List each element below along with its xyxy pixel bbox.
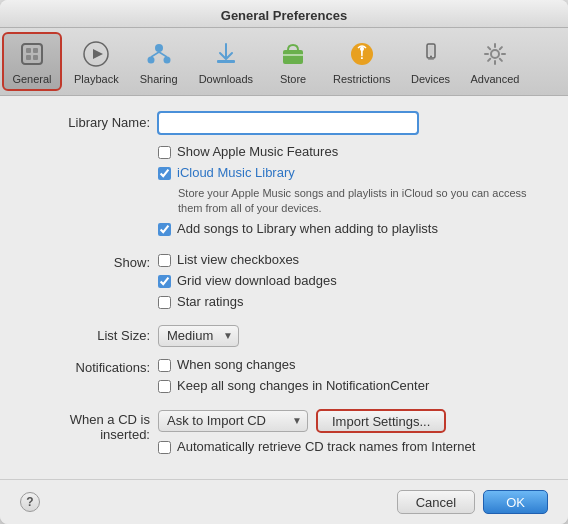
svg-rect-21 (428, 46, 433, 55)
svg-line-30 (500, 59, 502, 61)
svg-rect-13 (283, 50, 303, 64)
toolbar-item-playback[interactable]: Playback (64, 32, 129, 91)
svg-rect-12 (217, 60, 235, 63)
preferences-window: General Preferences General (0, 0, 568, 524)
toolbar-item-restrictions[interactable]: ! Restrictions (323, 32, 400, 91)
auto-retrieve-row: Automatically retrieve CD track names fr… (158, 439, 548, 454)
notifications-content: When song changes Keep all song changes … (158, 357, 548, 399)
add-songs-row: Add songs to Library when adding to play… (158, 221, 548, 236)
window-title: General Preferences (221, 8, 347, 23)
show-label: Show: (20, 252, 150, 270)
toolbar-item-general[interactable]: General (2, 32, 62, 91)
toolbar-label-general: General (12, 73, 51, 85)
library-name-input[interactable] (158, 112, 418, 134)
ok-button[interactable]: OK (483, 490, 548, 514)
svg-point-7 (155, 44, 163, 52)
svg-point-8 (147, 57, 154, 64)
keep-all-checkbox[interactable] (158, 380, 171, 393)
icloud-music-checkbox[interactable] (158, 167, 171, 180)
toolbar: General Playback (0, 28, 568, 96)
svg-point-24 (491, 50, 499, 58)
list-size-select[interactable]: Small Medium Large (158, 325, 239, 347)
when-song-changes-row: When song changes (158, 357, 548, 372)
advanced-icon (479, 38, 511, 70)
keep-all-row: Keep all song changes in NotificationCen… (158, 378, 548, 393)
restrictions-icon: ! (346, 38, 378, 70)
devices-icon (415, 38, 447, 70)
show-apple-music-row: Show Apple Music Features (158, 144, 548, 159)
library-name-row: Library Name: (20, 112, 548, 134)
svg-rect-23 (428, 59, 434, 60)
star-ratings-row: Star ratings (158, 294, 548, 309)
content-area: Library Name: Show Apple Music Features … (0, 96, 568, 479)
list-view-checkbox[interactable] (158, 254, 171, 267)
library-name-label: Library Name: (20, 112, 150, 130)
apple-music-row: Show Apple Music Features iCloud Music L… (20, 144, 548, 242)
toolbar-label-devices: Devices (411, 73, 450, 85)
icloud-music-desc: Store your Apple Music songs and playlis… (178, 186, 548, 217)
list-view-row: List view checkboxes (158, 252, 548, 267)
icloud-music-label: iCloud Music Library (177, 165, 295, 180)
show-checkboxes: List view checkboxes Grid view download … (158, 252, 548, 315)
keep-all-label: Keep all song changes in NotificationCen… (177, 378, 429, 393)
show-apple-music-checkbox[interactable] (158, 146, 171, 159)
toolbar-item-downloads[interactable]: Downloads (189, 32, 263, 91)
show-row: Show: List view checkboxes Grid view dow… (20, 252, 548, 315)
star-ratings-label: Star ratings (177, 294, 243, 309)
cd-row: When a CD is inserted: Ask to Import CD … (20, 409, 548, 460)
svg-rect-1 (26, 48, 31, 53)
list-size-select-wrapper: Small Medium Large ▼ (158, 325, 239, 347)
svg-line-10 (151, 52, 159, 57)
checkboxes-section: Show Apple Music Features iCloud Music L… (158, 144, 548, 242)
cd-label: When a CD is inserted: (20, 409, 150, 442)
store-icon (277, 38, 309, 70)
downloads-icon (210, 38, 242, 70)
toolbar-label-sharing: Sharing (140, 73, 178, 85)
playback-icon (80, 38, 112, 70)
svg-rect-4 (33, 55, 38, 60)
star-ratings-checkbox[interactable] (158, 296, 171, 309)
footer-buttons: Cancel OK (397, 490, 548, 514)
footer: ? Cancel OK (0, 479, 568, 524)
toolbar-label-downloads: Downloads (199, 73, 253, 85)
toolbar-label-playback: Playback (74, 73, 119, 85)
list-size-content: Small Medium Large ▼ (158, 325, 548, 347)
svg-marker-6 (93, 49, 103, 59)
when-song-changes-label: When song changes (177, 357, 296, 372)
toolbar-item-store[interactable]: Store (263, 32, 323, 91)
cd-select[interactable]: Ask to Import CD Import CD Import CD and… (158, 410, 308, 432)
svg-rect-3 (26, 55, 31, 60)
toolbar-label-restrictions: Restrictions (333, 73, 390, 85)
grid-view-checkbox[interactable] (158, 275, 171, 288)
show-apple-music-label: Show Apple Music Features (177, 144, 338, 159)
auto-retrieve-checkbox[interactable] (158, 441, 171, 454)
toolbar-label-advanced: Advanced (471, 73, 520, 85)
toolbar-item-advanced[interactable]: Advanced (461, 32, 530, 91)
add-songs-checkbox[interactable] (158, 223, 171, 236)
notifications-label: Notifications: (20, 357, 150, 375)
svg-line-31 (500, 47, 502, 49)
toolbar-label-store: Store (280, 73, 306, 85)
grid-view-row: Grid view download badges (158, 273, 548, 288)
general-icon (16, 38, 48, 70)
svg-point-9 (163, 57, 170, 64)
toolbar-item-devices[interactable]: Devices (401, 32, 461, 91)
notifications-row: Notifications: When song changes Keep al… (20, 357, 548, 399)
auto-retrieve-label: Automatically retrieve CD track names fr… (177, 439, 475, 454)
list-size-label: List Size: (20, 325, 150, 343)
library-name-content (158, 112, 548, 134)
icloud-music-row: iCloud Music Library (158, 165, 548, 180)
toolbar-item-sharing[interactable]: Sharing (129, 32, 189, 91)
svg-line-11 (159, 52, 167, 57)
apple-music-spacer (20, 144, 150, 147)
list-view-label: List view checkboxes (177, 252, 299, 267)
cd-select-wrapper: Ask to Import CD Import CD Import CD and… (158, 410, 308, 432)
when-song-changes-checkbox[interactable] (158, 359, 171, 372)
cd-content: Ask to Import CD Import CD Import CD and… (158, 409, 548, 460)
cancel-button[interactable]: Cancel (397, 490, 475, 514)
import-settings-button[interactable]: Import Settings... (316, 409, 446, 433)
svg-line-29 (488, 47, 490, 49)
svg-point-22 (430, 56, 432, 58)
help-button[interactable]: ? (20, 492, 40, 512)
svg-line-32 (488, 59, 490, 61)
